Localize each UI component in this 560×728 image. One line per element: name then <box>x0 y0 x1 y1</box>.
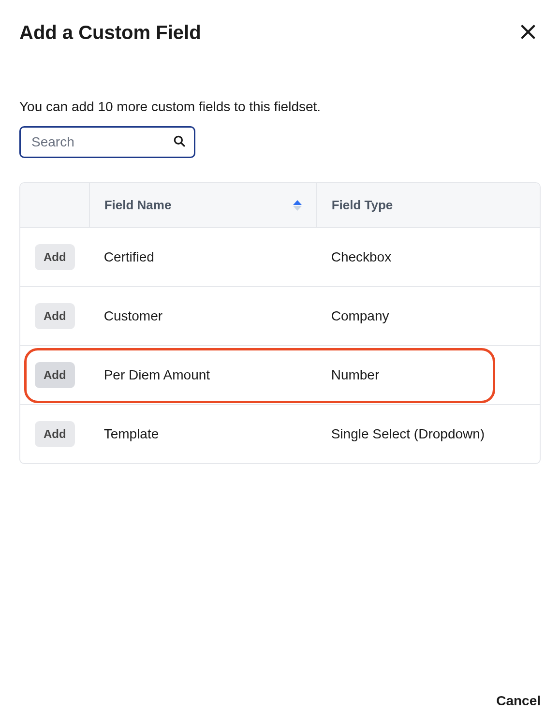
sort-descending-icon <box>293 206 302 211</box>
column-header-label: Field Type <box>332 198 393 212</box>
add-button[interactable]: Add <box>35 303 75 329</box>
add-button[interactable]: Add <box>35 362 75 388</box>
fields-table-container: Field Name Field Type AddCertifiedCheckb… <box>19 182 541 464</box>
cancel-button[interactable]: Cancel <box>496 688 541 713</box>
sort-ascending-icon <box>293 200 302 205</box>
column-header-field-name[interactable]: Field Name <box>89 183 317 228</box>
cell-field-type: Number <box>317 346 540 405</box>
cell-action: Add <box>20 228 89 287</box>
dialog-footer: Cancel <box>19 669 541 713</box>
cell-field-name: Per Diem Amount <box>89 346 317 405</box>
cell-field-type: Company <box>317 287 540 346</box>
fields-table: Field Name Field Type AddCertifiedCheckb… <box>20 183 540 463</box>
cell-field-name: Template <box>89 405 317 463</box>
close-icon <box>519 23 537 42</box>
column-header-action <box>20 183 89 228</box>
sort-icon <box>293 200 302 211</box>
table-row: AddCustomerCompany <box>20 287 540 346</box>
dialog-title: Add a Custom Field <box>19 22 201 44</box>
subtitle-text: You can add 10 more custom fields to thi… <box>19 99 541 115</box>
cell-field-type: Single Select (Dropdown) <box>317 405 540 463</box>
add-button[interactable]: Add <box>35 244 75 270</box>
close-button[interactable] <box>516 19 541 46</box>
cell-action: Add <box>20 287 89 346</box>
cell-field-type: Checkbox <box>317 228 540 287</box>
column-header-label: Field Name <box>104 198 172 212</box>
cell-action: Add <box>20 346 89 405</box>
search-input[interactable] <box>19 126 195 158</box>
table-row: AddTemplateSingle Select (Dropdown) <box>20 405 540 463</box>
column-header-field-type[interactable]: Field Type <box>317 183 540 228</box>
dialog-header: Add a Custom Field <box>19 19 541 46</box>
table-row: AddCertifiedCheckbox <box>20 228 540 287</box>
table-row: AddPer Diem AmountNumber <box>20 346 540 405</box>
cell-action: Add <box>20 405 89 463</box>
cell-field-name: Customer <box>89 287 317 346</box>
cell-field-name: Certified <box>89 228 317 287</box>
search-wrapper <box>19 126 195 158</box>
add-button[interactable]: Add <box>35 421 75 447</box>
table-header-row: Field Name Field Type <box>20 183 540 228</box>
